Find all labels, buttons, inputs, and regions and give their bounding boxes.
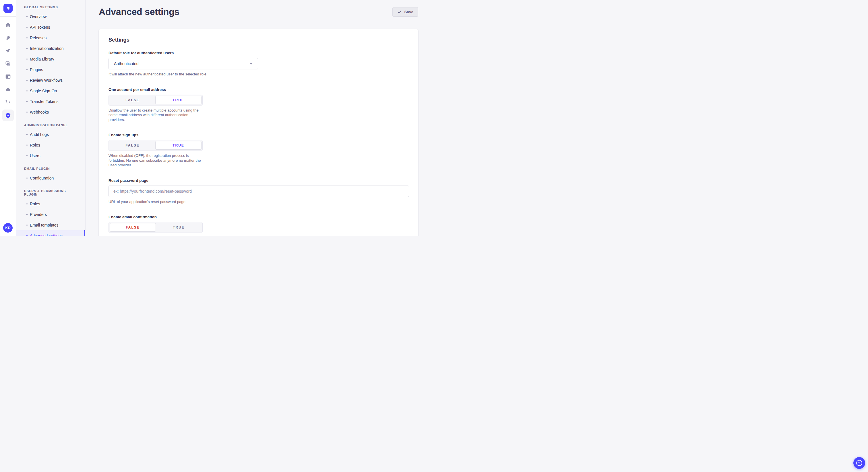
- bullet-icon: [26, 111, 28, 113]
- strapi-logo-icon[interactable]: [3, 4, 12, 13]
- cart-icon[interactable]: [2, 97, 14, 108]
- sidebar-item-label: Users: [30, 154, 40, 158]
- subnav-section-global: GLOBAL SETTINGS Overview API Tokens Rele…: [16, 3, 85, 117]
- default-role-value: Authenticated: [114, 61, 138, 66]
- subnav-section-title: ADMINISTRATION PANEL: [16, 121, 85, 129]
- sidebar-item-label: Releases: [30, 36, 46, 40]
- enable-signups-true-option[interactable]: TRUE: [155, 141, 202, 150]
- user-avatar[interactable]: KD: [3, 223, 12, 233]
- bullet-icon: [26, 101, 28, 102]
- sidebar-item-admin-roles[interactable]: Roles: [16, 140, 85, 150]
- sidebar-item-up-roles[interactable]: Roles: [16, 198, 85, 209]
- subnav-section-title: GLOBAL SETTINGS: [16, 3, 85, 11]
- reset-password-hint: URL of your application's reset password…: [108, 200, 409, 204]
- field-default-role: Default role for authenticated users Aut…: [108, 51, 409, 77]
- bullet-icon: [26, 155, 28, 156]
- sidebar-item-single-sign-on[interactable]: Single Sign-On: [16, 86, 85, 96]
- one-account-toggle: FALSE TRUE: [108, 95, 203, 105]
- sidebar-item-label: Media Library: [30, 57, 54, 61]
- subnav-section-users-permissions: USERS & PERMISSIONS PLUGIN Roles Provide…: [16, 187, 85, 236]
- sidebar-item-releases[interactable]: Releases: [16, 32, 85, 43]
- settings-subnav: GLOBAL SETTINGS Overview API Tokens Rele…: [16, 0, 86, 236]
- sidebar-item-label: Configuration: [30, 176, 54, 180]
- reset-password-label: Reset password page: [108, 178, 409, 183]
- email-confirmation-true-option[interactable]: TRUE: [156, 223, 202, 232]
- sidebar-item-transfer-tokens[interactable]: Transfer Tokens: [16, 96, 85, 107]
- media-library-icon[interactable]: [2, 58, 14, 69]
- main-content: Advanced settings Save Settings Default …: [86, 0, 434, 236]
- sidebar-item-advanced-settings[interactable]: Advanced settings: [16, 230, 85, 236]
- save-button[interactable]: Save: [392, 7, 418, 16]
- enable-signups-toggle: FALSE TRUE: [108, 140, 203, 151]
- bullet-icon: [26, 80, 28, 81]
- sidebar-item-label: Review Workflows: [30, 78, 63, 82]
- page-title: Advanced settings: [99, 7, 179, 17]
- layout-icon[interactable]: [2, 71, 14, 82]
- email-confirmation-toggle: FALSE TRUE: [108, 222, 203, 233]
- one-account-false-option[interactable]: FALSE: [110, 96, 155, 104]
- enable-signups-label: Enable sign-ups: [108, 133, 409, 137]
- feather-icon[interactable]: [2, 32, 14, 43]
- bullet-icon: [26, 69, 28, 70]
- bullet-icon: [26, 225, 28, 226]
- sidebar-item-webhooks[interactable]: Webhooks: [16, 107, 85, 117]
- sidebar-item-label: Internationalization: [30, 46, 64, 51]
- sidebar-item-audit-logs[interactable]: Audit Logs: [16, 129, 85, 140]
- cloud-icon[interactable]: [2, 84, 14, 95]
- sidebar-item-providers[interactable]: Providers: [16, 209, 85, 220]
- one-account-true-option[interactable]: TRUE: [155, 96, 202, 104]
- bullet-icon: [26, 177, 28, 179]
- sidebar-item-label: Roles: [30, 143, 40, 147]
- app-shell: KD GLOBAL SETTINGS Overview API Tokens R…: [0, 0, 434, 236]
- paper-plane-icon[interactable]: [2, 45, 14, 57]
- field-reset-password: Reset password page URL of your applicat…: [108, 178, 409, 204]
- sidebar-item-api-tokens[interactable]: API Tokens: [16, 22, 85, 32]
- sidebar-item-overview[interactable]: Overview: [16, 11, 85, 22]
- subnav-section-title: EMAIL PLUGIN: [16, 164, 85, 173]
- email-confirmation-hint: When enabled (ON), new registered users …: [108, 235, 204, 236]
- sidebar-item-media-library[interactable]: Media Library: [16, 54, 85, 64]
- bullet-icon: [26, 48, 28, 49]
- subnav-section-admin-panel: ADMINISTRATION PANEL Audit Logs Roles Us…: [16, 121, 85, 161]
- bullet-icon: [26, 235, 28, 236]
- gear-icon[interactable]: [2, 109, 14, 121]
- reset-password-input[interactable]: [108, 186, 409, 197]
- email-confirmation-label: Enable email confirmation: [108, 215, 409, 219]
- sidebar-item-label: Transfer Tokens: [30, 99, 59, 104]
- sidebar-item-label: Roles: [30, 202, 40, 206]
- sidebar-item-review-workflows[interactable]: Review Workflows: [16, 75, 85, 86]
- sidebar-item-admin-users[interactable]: Users: [16, 150, 85, 161]
- sidebar-item-label: Providers: [30, 212, 47, 217]
- sidebar-item-label: Overview: [30, 14, 46, 19]
- bullet-icon: [26, 16, 28, 17]
- sidebar-item-email-configuration[interactable]: Configuration: [16, 173, 85, 183]
- settings-heading: Settings: [108, 37, 409, 43]
- settings-card: Settings Default role for authenticated …: [99, 29, 418, 236]
- sidebar-item-label: Advanced settings: [30, 233, 63, 236]
- page-header: Advanced settings Save: [86, 0, 434, 17]
- default-role-hint: It will attach the new authenticated use…: [108, 72, 409, 77]
- enable-signups-false-option[interactable]: FALSE: [110, 141, 155, 150]
- sidebar-item-label: Email templates: [30, 223, 59, 227]
- default-role-select[interactable]: Authenticated: [108, 58, 258, 69]
- field-email-confirmation: Enable email confirmation FALSE TRUE Whe…: [108, 215, 409, 236]
- save-button-label: Save: [404, 10, 413, 14]
- strapi-mark: [5, 5, 11, 11]
- sidebar-item-label: Webhooks: [30, 110, 49, 114]
- field-one-account: One account per email address FALSE TRUE…: [108, 88, 409, 123]
- one-account-hint: Disallow the user to create multiple acc…: [108, 108, 204, 123]
- enable-signups-hint: When disabled (OFF), the registration pr…: [108, 154, 204, 168]
- sidebar-item-email-templates[interactable]: Email templates: [16, 220, 85, 230]
- sidebar-item-internationalization[interactable]: Internationalization: [16, 43, 85, 54]
- sidebar-item-plugins[interactable]: Plugins: [16, 64, 85, 75]
- home-icon[interactable]: [2, 19, 14, 31]
- bullet-icon: [26, 27, 28, 28]
- bullet-icon: [26, 203, 28, 204]
- sidebar-item-label: Audit Logs: [30, 132, 49, 137]
- chevron-down-icon: [250, 63, 253, 65]
- icon-rail: KD: [0, 0, 16, 236]
- rail-nav: [2, 16, 14, 121]
- field-enable-signups: Enable sign-ups FALSE TRUE When disabled…: [108, 133, 409, 168]
- email-confirmation-false-option[interactable]: FALSE: [110, 223, 156, 232]
- bullet-icon: [26, 134, 28, 135]
